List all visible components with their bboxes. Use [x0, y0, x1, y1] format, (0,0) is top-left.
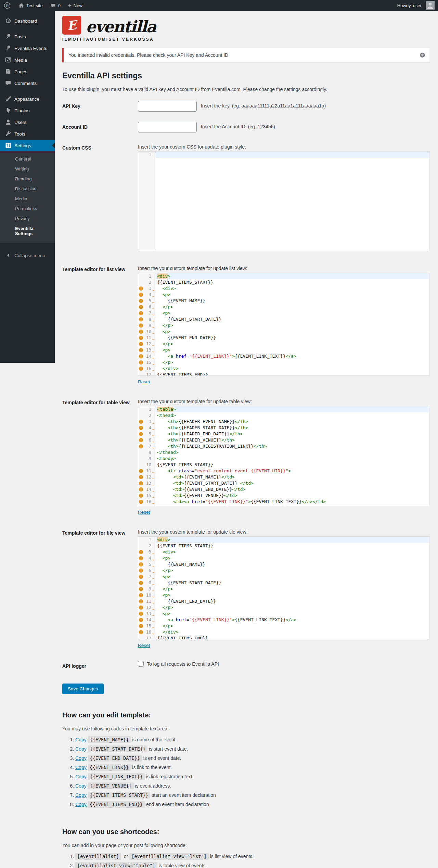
shortcode-joiner: or [124, 854, 128, 859]
submenu-item-media[interactable]: Media [0, 194, 55, 204]
code-line: 2<thead> [138, 412, 429, 419]
collapse-menu-button[interactable]: Collapse menu [0, 250, 55, 261]
submenu-item-general[interactable]: General [0, 154, 55, 164]
api-logger-checkbox[interactable] [138, 661, 144, 667]
code-line: 14~ <a href="{{EVENT_LINK}}">{{EVENT_LIN… [138, 617, 429, 623]
tile-template-editor[interactable]: 1<div>2{{EVENT_ITEMS_START}}3~ <div>4~ <… [138, 536, 429, 639]
api-logger-label: API logger [62, 661, 138, 670]
line-number: 1 [144, 152, 151, 158]
copy-link[interactable]: Copy [75, 737, 87, 742]
warning-icon [138, 630, 144, 635]
code-line: 9~ </p> [138, 586, 429, 592]
tile-template-reset-link[interactable]: Reset [138, 643, 150, 648]
line-number: 3 [144, 285, 151, 292]
code-line: 8~ {{EVENT_START_DATE}} [138, 580, 429, 586]
list-template-reset-link[interactable]: Reset [138, 379, 150, 384]
sidebar-item-pages[interactable]: Pages [0, 66, 55, 77]
template-code-chip: {{EVENT_VENUE}} [88, 782, 134, 789]
code-line: 16~ </div> [138, 366, 429, 372]
template-code-item: Copy {{EVENT_END_DATE}} is end event dat… [75, 755, 429, 761]
copy-link[interactable]: Copy [75, 783, 87, 789]
copy-link[interactable]: Copy [75, 765, 87, 770]
line-number: 9 [144, 586, 151, 592]
line-number: 10 [144, 462, 151, 468]
my-account-menu[interactable]: Howdy, user [394, 0, 423, 11]
template-code-desc: is end event date. [143, 755, 181, 761]
site-name-menu[interactable]: Test site [14, 0, 47, 11]
copy-link[interactable]: Copy [75, 746, 87, 752]
new-content-menu[interactable]: + New [64, 0, 86, 11]
submenu-item-permalinks[interactable]: Permalinks [0, 204, 55, 214]
wordpress-logo-menu[interactable]: W [0, 0, 14, 11]
submenu-item-writing[interactable]: Writing [0, 164, 55, 174]
sidebar-item-label: Settings [14, 143, 31, 148]
warning-icon [138, 599, 144, 604]
settings-icon [5, 142, 12, 149]
sidebar-item-eventilla-events[interactable]: Eventilla Events [0, 42, 55, 54]
submenu-item-privacy[interactable]: Privacy [0, 214, 55, 224]
sidebar-item-label: Users [14, 120, 26, 125]
code-line: 1<div> [138, 273, 429, 279]
list-template-hint: Insert the your custom template for upda… [138, 266, 429, 271]
line-number: 6 [144, 567, 151, 574]
sidebar-item-users[interactable]: Users [0, 116, 55, 128]
comments-menu[interactable]: 0 [47, 0, 64, 11]
submenu-item-eventilla-settings[interactable]: Eventilla Settings [0, 224, 55, 239]
brand-tagline: ILMOITTAUTUMISET VERKOSSA [62, 37, 429, 42]
line-number: 13 [144, 611, 151, 617]
custom-css-label: Custom CSS [62, 143, 138, 251]
sidebar-item-label: Pages [14, 69, 27, 74]
submenu-item-reading[interactable]: Reading [0, 174, 55, 184]
table-template-editor[interactable]: 1<table>2<thead>3~ <th>{{HEADER_EVENT_NA… [138, 406, 429, 506]
warning-icon [138, 550, 144, 554]
code-line: 11~ {{EVENT_END_DATE}} [138, 598, 429, 604]
warning-icon [138, 329, 144, 334]
table-template-reset-link[interactable]: Reset [138, 510, 150, 515]
collapse-menu-label: Collapse menu [14, 253, 45, 258]
sidebar-item-appearance[interactable]: Appearance [0, 93, 55, 105]
sidebar-item-posts[interactable]: Posts [0, 31, 55, 42]
edit-template-heading: How can you edit template: [62, 711, 429, 719]
api-key-input[interactable] [138, 101, 197, 112]
code-line: 15~ </p> [138, 623, 429, 629]
warning-icon [138, 348, 144, 353]
line-number: 12 [144, 341, 151, 347]
wordpress-logo-icon: W [4, 2, 11, 9]
code-line: 1<div> [138, 537, 429, 543]
sidebar-item-dashboard[interactable]: Dashboard [0, 15, 55, 27]
sidebar-item-settings[interactable]: Settings [0, 140, 55, 151]
code-line: 9<tbody> [138, 456, 429, 462]
code-line: 13~ <p> [138, 347, 429, 353]
tile-template-label: Template editor for tile view [62, 528, 138, 648]
line-number: 7 [144, 443, 151, 449]
account-id-input[interactable] [138, 122, 197, 132]
copy-link[interactable]: Copy [75, 802, 87, 807]
account-id-hint: Insert the Account ID. (eg. 123456) [201, 124, 275, 129]
line-number: 9 [144, 456, 151, 462]
copy-link[interactable]: Copy [75, 755, 87, 761]
code-line: 7~ <p> [138, 310, 429, 316]
sidebar-item-comments[interactable]: Comments [0, 77, 55, 89]
template-code-chip: {{EVENT_NAME}} [88, 736, 131, 743]
copy-link[interactable]: Copy [75, 774, 87, 779]
save-changes-button[interactable]: Save Changes [62, 684, 104, 694]
submenu-item-discussion[interactable]: Discussion [0, 184, 55, 194]
admin-sidebar: DashboardPostsEventilla EventsMediaPages… [0, 11, 55, 363]
line-number: 15 [144, 493, 151, 499]
template-codes-list: Copy {{EVENT_NAME}} is name of the event… [62, 737, 429, 811]
line-number: 7 [144, 310, 151, 316]
dismiss-notice-icon[interactable] [420, 52, 425, 58]
warning-icon [138, 481, 144, 486]
code-line: 14~ <a href="{{EVENT_LINK}}">{{EVENT_LIN… [138, 353, 429, 359]
sidebar-item-media[interactable]: Media [0, 54, 55, 66]
list-template-editor[interactable]: 1<div>2{{EVENT_ITEMS_START}}3~ <div>4~ <… [138, 273, 429, 376]
line-number: 4 [144, 555, 151, 561]
sidebar-item-label: Plugins [14, 108, 29, 113]
copy-link[interactable]: Copy [75, 792, 87, 798]
sidebar-item-plugins[interactable]: Plugins [0, 105, 55, 116]
template-code-chip: {{EVENT_END_DATE}} [88, 755, 142, 762]
custom-css-editor[interactable]: 1 [138, 151, 429, 251]
sidebar-item-tools[interactable]: Tools [0, 128, 55, 140]
avatar[interactable] [426, 1, 435, 11]
code-line: 16~ <td><a href="{{EVENT_LINK}}">{{EVENT… [138, 499, 429, 505]
